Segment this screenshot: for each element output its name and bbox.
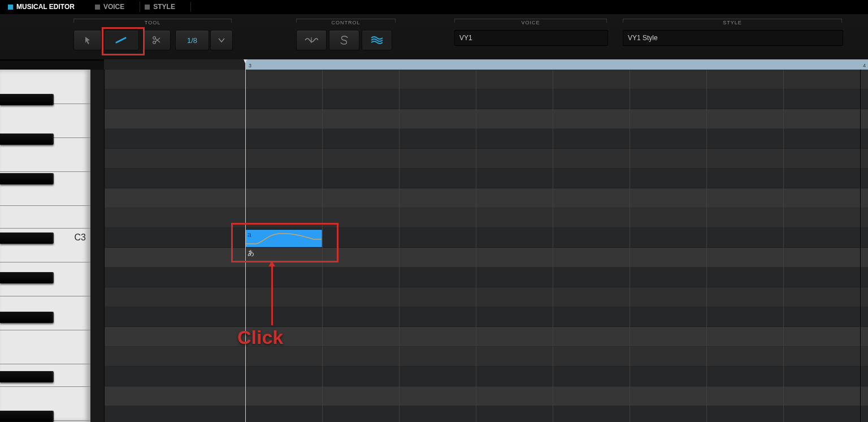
arrow-tool-button[interactable]: [73, 30, 102, 50]
vibrato-button[interactable]: [362, 30, 392, 50]
toolbar: TOOL 1/8 CONTROL VOICE V: [0, 14, 868, 61]
scissors-icon: [152, 36, 161, 45]
bar-number: 3: [249, 63, 251, 68]
pitch-curve-icon: [305, 36, 318, 44]
pitch-envelope: [246, 230, 322, 247]
voice-name: VY1: [459, 34, 472, 42]
piano-keyboard[interactable]: C3: [0, 70, 90, 422]
dynamics-icon: [339, 36, 349, 45]
ruler-region: [245, 59, 868, 70]
svg-point-1: [153, 41, 156, 44]
black-key[interactable]: [0, 94, 54, 105]
pencil-icon: [115, 37, 128, 44]
tab-label: STYLE: [153, 3, 175, 11]
key-label-c3: C3: [75, 232, 86, 243]
group-label-tool: TOOL: [73, 20, 232, 25]
svg-point-0: [153, 37, 156, 40]
black-key[interactable]: [0, 232, 54, 244]
tab-style[interactable]: STYLE: [140, 1, 191, 13]
black-key[interactable]: [0, 312, 54, 323]
tabs-bar: MUSICAL EDITOR VOICE STYLE: [0, 0, 868, 14]
tab-label: MUSICAL EDITOR: [16, 3, 75, 11]
black-key[interactable]: [0, 134, 54, 145]
black-key[interactable]: [0, 371, 54, 382]
editor-area: 3 4 a あ: [0, 59, 868, 422]
voice-selector[interactable]: VY1: [454, 30, 608, 46]
group-label-control: CONTROL: [296, 20, 396, 25]
gutter: [90, 70, 104, 422]
tab-label: VOICE: [103, 3, 124, 11]
black-key[interactable]: [0, 173, 54, 184]
pitch-curve-button[interactable]: [296, 30, 327, 50]
tab-voice[interactable]: VOICE: [90, 1, 140, 13]
black-key[interactable]: [0, 411, 54, 422]
tab-musical-editor[interactable]: MUSICAL EDITOR: [3, 1, 90, 13]
annotation-arrow: [271, 263, 273, 325]
vibrato-icon: [371, 36, 383, 44]
group-label-voice: VOICE: [454, 20, 607, 25]
active-tab-icon: [8, 5, 13, 10]
dynamics-button[interactable]: [329, 30, 359, 50]
inactive-tab-icon: [145, 5, 150, 10]
arrow-icon: [83, 36, 92, 45]
quantize-value-button[interactable]: 1/8: [175, 30, 209, 50]
group-label-style: STYLE: [623, 20, 842, 25]
scissors-tool-button[interactable]: [142, 30, 171, 50]
bar-number: 4: [863, 63, 866, 68]
quantize-dropdown-button[interactable]: [210, 30, 233, 50]
chevron-down-icon: [218, 37, 225, 43]
note-event[interactable]: a: [245, 230, 322, 247]
inactive-tab-icon: [95, 5, 100, 10]
piano-roll-grid[interactable]: a あ: [104, 70, 868, 422]
style-selector[interactable]: VY1 Style: [623, 30, 843, 46]
note-lyric: あ: [248, 248, 254, 258]
style-name: VY1 Style: [628, 34, 658, 42]
quantize-value: 1/8: [187, 36, 197, 45]
timeline-ruler[interactable]: 3 4: [104, 59, 868, 70]
black-key[interactable]: [0, 272, 54, 283]
pencil-tool-button[interactable]: [104, 30, 139, 50]
annotation-label: Click: [237, 326, 283, 348]
